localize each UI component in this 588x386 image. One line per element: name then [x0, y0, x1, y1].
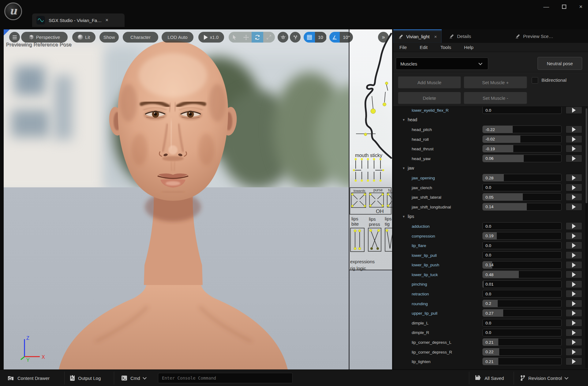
play-param-button[interactable] [566, 329, 582, 336]
group-header[interactable]: ▼ lips [402, 214, 414, 219]
all-saved-button[interactable]: All Saved [475, 370, 504, 386]
3d-viewport[interactable]: mouth sticky towards purse fu [4, 29, 392, 369]
bidirectional-checkbox[interactable] [532, 77, 538, 84]
tab-preview-scene[interactable]: Preview Sce… [510, 29, 558, 43]
tab-close-icon[interactable]: × [434, 34, 437, 39]
app-tab-close-icon[interactable]: × [105, 17, 108, 23]
set-muscle-plus-button[interactable]: Set Muscle + [464, 76, 527, 88]
play-param-button[interactable] [566, 184, 582, 191]
param-slider[interactable]: 0.22 [482, 348, 562, 356]
param-slider[interactable]: 0.0 [482, 329, 562, 336]
param-slider[interactable]: 0.0 [482, 222, 562, 230]
folder-search-icon [8, 375, 14, 381]
play-param-button[interactable] [566, 242, 582, 249]
param-row: lip_corner_depress_L 0.21 [393, 337, 585, 347]
play-param-button[interactable] [566, 251, 582, 259]
play-param-button[interactable] [566, 135, 582, 143]
param-slider[interactable]: 0.0 [482, 319, 562, 327]
param-slider[interactable]: 0.14 [482, 203, 562, 211]
play-param-button[interactable] [566, 271, 582, 278]
play-param-button[interactable] [566, 348, 582, 356]
add-muscle-button[interactable]: Add Muscle [398, 76, 461, 88]
play-param-button[interactable] [566, 232, 582, 240]
menu-file[interactable]: File [399, 45, 407, 50]
play-icon [572, 359, 576, 364]
collapse-arrow-icon[interactable]: ▼ [402, 118, 405, 122]
panel-scrollbar[interactable] [585, 108, 588, 368]
param-slider[interactable]: -0.02 [482, 135, 562, 143]
param-slider[interactable]: 0.27 [482, 309, 562, 317]
mode-dropdown[interactable]: Muscles [396, 58, 488, 70]
set-muscle-minus-button[interactable]: Set Muscle - [464, 92, 527, 104]
cmd-selector[interactable]: Cmd [121, 370, 146, 386]
param-slider[interactable]: 0.14 [482, 261, 562, 269]
param-slider[interactable]: 0.0 [482, 251, 562, 259]
param-row: jaw_clench 0.0 [393, 183, 585, 193]
scrollbar-thumb[interactable] [586, 108, 587, 203]
param-slider[interactable]: 0.48 [482, 271, 562, 278]
play-param-button[interactable] [566, 126, 582, 133]
collapse-arrow-icon[interactable]: ▼ [402, 215, 405, 218]
play-param-button[interactable] [566, 358, 582, 365]
play-param-button[interactable] [566, 300, 582, 307]
param-value: 0.0 [485, 291, 491, 296]
play-param-button[interactable] [566, 145, 582, 152]
play-param-button[interactable] [566, 174, 582, 182]
delete-button[interactable]: Delete [398, 92, 461, 104]
param-row: head_roll -0.02 [393, 134, 585, 144]
play-icon [572, 291, 576, 296]
unreal-logo-icon[interactable]: u [4, 2, 22, 20]
param-slider[interactable]: 0.0 [482, 242, 562, 249]
play-param-button[interactable] [566, 222, 582, 230]
param-slider[interactable]: 0.2 [482, 300, 562, 307]
group-header[interactable]: ▼ jaw [402, 166, 414, 171]
param-label: head_thrust [412, 147, 433, 151]
play-param-button[interactable] [566, 193, 582, 201]
tab-vivian-light[interactable]: Vivian_light × [393, 29, 442, 43]
play-param-button[interactable] [566, 319, 582, 327]
param-slider[interactable]: 0.0 [482, 107, 562, 114]
param-slider[interactable]: 0.05 [482, 193, 562, 201]
param-slider[interactable]: 0.21 [482, 338, 562, 346]
play-param-button[interactable] [566, 107, 582, 114]
param-slider[interactable]: -0.22 [482, 126, 562, 133]
maximize-icon[interactable] [562, 5, 566, 9]
menu-tools[interactable]: Tools [440, 45, 451, 50]
output-log-button[interactable]: Output Log [70, 370, 101, 386]
param-row: ▼ jaw [393, 163, 585, 173]
play-param-button[interactable] [566, 261, 582, 269]
param-label: jaw_clench [412, 185, 432, 190]
collapse-arrow-icon[interactable]: ▼ [402, 167, 405, 170]
param-slider[interactable]: 0.28 [482, 174, 562, 182]
param-slider[interactable]: 0.19 [482, 232, 562, 240]
play-param-button[interactable] [566, 280, 582, 288]
param-value: 0.27 [485, 311, 493, 315]
param-slider[interactable]: 0.06 [482, 155, 562, 162]
close-icon[interactable]: × [579, 3, 582, 10]
group-header[interactable]: ▼ head [402, 117, 417, 122]
play-param-button[interactable] [566, 290, 582, 298]
menu-edit[interactable]: Edit [420, 45, 428, 50]
tab-details[interactable]: Details [444, 29, 476, 43]
content-drawer-button[interactable]: Content Drawer [8, 370, 50, 386]
app-tab[interactable]: SGX Studio - Vivian_Fa… × [32, 13, 125, 27]
play-param-button[interactable] [566, 203, 582, 211]
param-slider[interactable]: 0.0 [482, 184, 562, 191]
param-slider[interactable]: -0.19 [482, 145, 562, 152]
console-command-input[interactable]: Enter Console Command [158, 373, 293, 383]
param-slider[interactable]: 0.01 [482, 280, 562, 288]
neutral-pose-button[interactable]: Neutral pose [537, 57, 582, 70]
param-slider[interactable]: 0.0 [482, 290, 562, 298]
play-param-button[interactable] [566, 155, 582, 162]
param-label: lower_lip_tuck [412, 272, 438, 277]
minimize-icon[interactable]: — [543, 3, 549, 10]
param-slider[interactable]: 0.21 [482, 358, 562, 365]
play-icon [572, 350, 576, 354]
param-label: rounding [412, 301, 428, 306]
play-param-button[interactable] [566, 338, 582, 346]
play-param-button[interactable] [566, 309, 582, 317]
status-bar: Content Drawer Output Log Cmd Enter Cons… [0, 369, 588, 386]
param-value: 0.0 [485, 243, 491, 248]
menu-help[interactable]: Help [464, 45, 474, 50]
revision-control-button[interactable]: Revision Control [520, 370, 568, 386]
